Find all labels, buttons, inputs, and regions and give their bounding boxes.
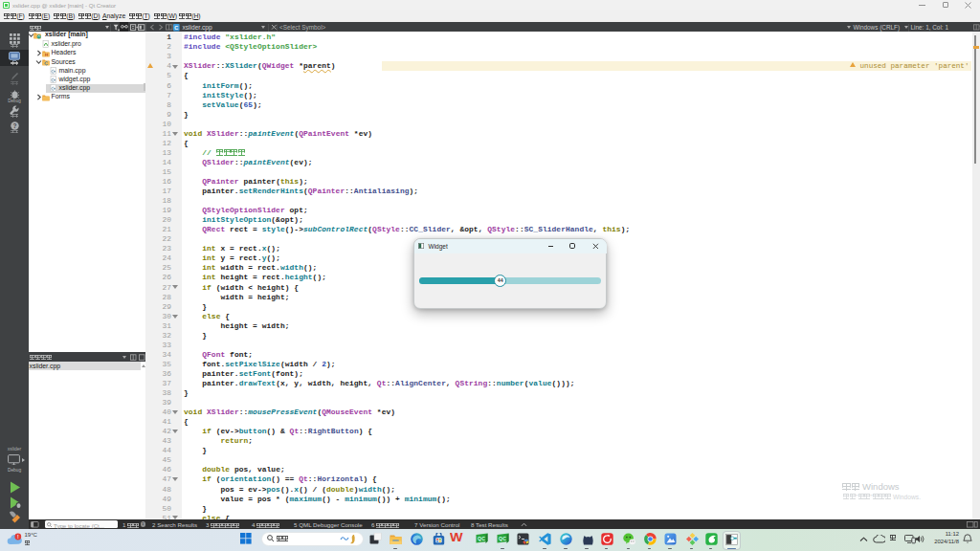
svg-text:QC: QC [499, 536, 506, 541]
svg-text:?: ? [12, 121, 16, 128]
svg-text:C: C [174, 24, 178, 30]
svg-text:QC: QC [478, 536, 485, 541]
